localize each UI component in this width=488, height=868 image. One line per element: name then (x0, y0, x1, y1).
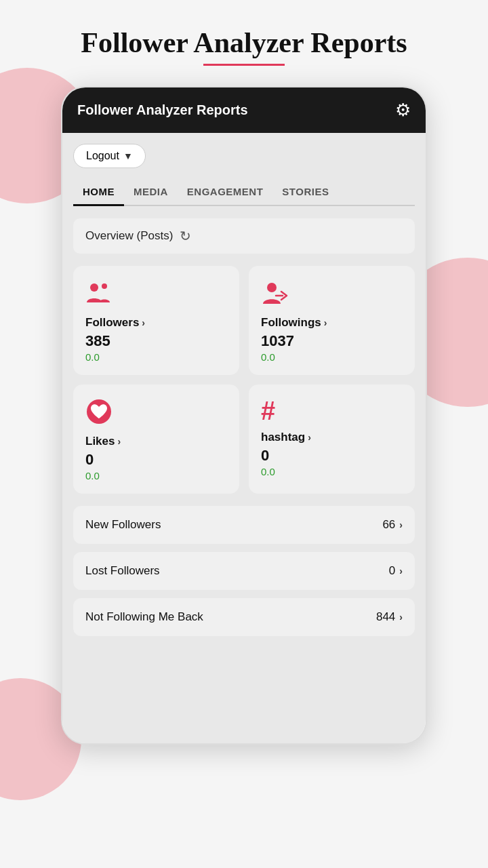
hashtag-chevron-icon: › (308, 432, 311, 443)
hashtag-label-row: hashtag › (261, 431, 403, 444)
tab-stories[interactable]: STORIES (272, 179, 338, 205)
likes-card[interactable]: Likes › 0 0.0 (73, 384, 239, 494)
logout-button[interactable]: Logout ▼ (73, 144, 146, 168)
not-following-back-item[interactable]: Not Following Me Back 844 › (73, 598, 415, 636)
nav-tabs: HOME MEDIA ENGAGEMENT STORIES (73, 179, 415, 206)
hashtag-icon: # (261, 398, 403, 424)
followings-card[interactable]: Followings › 1037 0.0 (249, 266, 415, 375)
lost-followers-label: Lost Followers (85, 564, 160, 578)
followings-count: 1037 (261, 332, 403, 350)
settings-icon[interactable]: ⚙ (395, 100, 411, 121)
followers-icon (85, 279, 227, 309)
not-following-back-chevron-icon: › (399, 612, 403, 623)
app-header: Follower Analyzer Reports ⚙ (62, 87, 426, 133)
likes-icon (85, 398, 227, 428)
logout-label: Logout (86, 150, 119, 162)
followings-chevron-icon: › (324, 317, 327, 328)
new-followers-chevron-icon: › (399, 519, 403, 530)
new-followers-count: 66 (382, 518, 395, 532)
lost-followers-item[interactable]: Lost Followers 0 › (73, 552, 415, 590)
followings-change: 0.0 (261, 351, 403, 363)
overview-label: Overview (Posts) (85, 229, 173, 243)
not-following-back-label: Not Following Me Back (85, 610, 203, 624)
title-underline (203, 64, 285, 66)
likes-count: 0 (85, 451, 227, 469)
followers-count: 385 (85, 332, 227, 350)
followers-change: 0.0 (85, 351, 227, 363)
page-title-container: Follower Analyzer Reports (0, 0, 488, 79)
logout-chevron-icon: ▼ (123, 151, 133, 161)
tab-engagement[interactable]: ENGAGEMENT (178, 179, 273, 205)
likes-label-row: Likes › (85, 435, 227, 448)
refresh-icon[interactable]: ↻ (180, 228, 191, 244)
not-following-back-right: 844 › (376, 610, 403, 624)
page-title: Follower Analyzer Reports (14, 27, 474, 58)
overview-bar: Overview (Posts) ↻ (73, 218, 415, 254)
svg-point-2 (267, 283, 277, 292)
hashtag-count: 0 (261, 447, 403, 465)
followers-label-row: Followers › (85, 316, 227, 330)
new-followers-item[interactable]: New Followers 66 › (73, 506, 415, 544)
stats-grid: Followers › 385 0.0 (73, 266, 415, 494)
followings-label-row: Followings › (261, 316, 403, 330)
svg-point-0 (90, 283, 98, 292)
app-body: Logout ▼ HOME MEDIA ENGAGEMENT STORIES O… (62, 133, 426, 743)
hashtag-label: hashtag (261, 431, 305, 444)
svg-point-1 (102, 283, 107, 289)
followers-chevron-icon: › (142, 317, 145, 328)
new-followers-right: 66 › (382, 518, 403, 532)
lost-followers-chevron-icon: › (399, 566, 403, 576)
followings-label: Followings (261, 316, 321, 330)
likes-chevron-icon: › (117, 436, 121, 447)
hashtag-change: 0.0 (261, 466, 403, 477)
hashtag-card[interactable]: # hashtag › 0 0.0 (249, 384, 415, 494)
followers-label: Followers (85, 316, 139, 330)
lost-followers-count: 0 (389, 564, 395, 578)
followings-icon (261, 279, 403, 309)
phone-frame: Follower Analyzer Reports ⚙ Logout ▼ HOM… (61, 86, 427, 745)
likes-label: Likes (85, 435, 115, 448)
lost-followers-right: 0 › (389, 564, 403, 578)
app-header-title: Follower Analyzer Reports (77, 102, 248, 118)
tab-home[interactable]: HOME (73, 179, 124, 206)
new-followers-label: New Followers (85, 518, 161, 532)
tab-media[interactable]: MEDIA (124, 179, 178, 205)
not-following-back-count: 844 (376, 610, 395, 624)
likes-change: 0.0 (85, 470, 227, 481)
followers-card[interactable]: Followers › 385 0.0 (73, 266, 239, 375)
